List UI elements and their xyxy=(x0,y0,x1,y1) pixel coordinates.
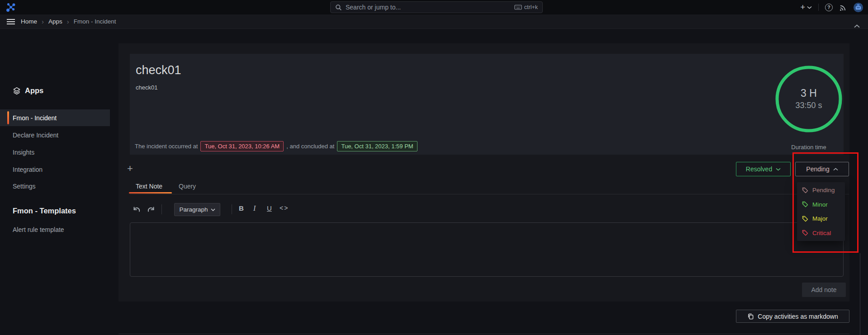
sidebar-item-label: Declare Incident xyxy=(13,132,58,139)
help-button[interactable]: ? xyxy=(825,4,833,11)
tag-icon xyxy=(802,187,808,193)
occurred-prefix: The incident occurred at xyxy=(135,143,198,150)
menu-item-label: Minor xyxy=(812,201,828,208)
user-avatar[interactable] xyxy=(853,2,863,13)
search-placeholder: Search or jump to... xyxy=(346,4,511,11)
plus-icon: + xyxy=(800,3,805,11)
breadcrumb: Home › Apps › Fmon - Incident xyxy=(21,18,116,25)
toolbar-divider xyxy=(818,4,819,11)
paragraph-style-dropdown[interactable]: Paragraph xyxy=(174,203,220,216)
active-tab-underline xyxy=(129,192,172,193)
chevron-down-icon xyxy=(211,208,215,211)
add-item-button[interactable]: + xyxy=(127,163,133,175)
tab-text-note[interactable]: Text Note xyxy=(136,183,162,190)
severity-dropdown-button[interactable]: Pending xyxy=(795,162,849,176)
incident-header-card xyxy=(130,54,844,155)
concluded-time-badge[interactable]: Tue, Oct 31, 2023, 1:59 PM xyxy=(337,141,417,151)
news-rss-button[interactable] xyxy=(839,4,847,11)
breadcrumb-separator-icon: › xyxy=(42,18,44,25)
incident-description: check01 xyxy=(136,84,157,91)
breadcrumb-home[interactable]: Home xyxy=(21,18,37,25)
duration-min-sec: 33:50 s xyxy=(775,101,842,110)
incident-times-line: The incident occurred at Tue, Oct 31, 20… xyxy=(135,140,417,152)
keyboard-icon xyxy=(514,5,522,10)
toolbar-divider xyxy=(161,204,162,214)
toolbar-divider xyxy=(232,204,232,214)
search-shortcut: ctrl+k xyxy=(514,4,538,10)
duration-label: Duration time xyxy=(775,144,842,151)
copy-activities-label: Copy activities as markdown xyxy=(758,313,838,320)
italic-button[interactable]: I xyxy=(253,204,256,212)
chevron-up-icon xyxy=(833,168,838,171)
duration-values: 3 H 33:50 s xyxy=(775,87,842,110)
sidebar-section-templates: Fmon - Templates xyxy=(13,207,76,215)
grafana-logo-icon[interactable] xyxy=(6,2,16,12)
sidebar-nav: Apps Fmon - Incident Declare Incident In… xyxy=(0,29,117,335)
menu-item-label: Pending xyxy=(812,187,835,193)
add-note-button[interactable]: Add note xyxy=(802,283,846,297)
top-right-actions: + ? xyxy=(800,0,863,14)
menu-item-label: Major xyxy=(812,215,828,222)
sidebar-item-label: Fmon - Incident xyxy=(13,114,57,122)
occurred-time-badge[interactable]: Tue, Oct 31, 2023, 10:26 AM xyxy=(200,141,284,151)
underline-button[interactable]: U xyxy=(267,204,272,212)
breadcrumb-bar: Home › Apps › Fmon - Incident xyxy=(0,14,868,29)
tag-icon xyxy=(802,216,808,222)
menu-item-major[interactable]: Major xyxy=(797,212,845,226)
incident-title: check01 xyxy=(136,63,181,77)
redo-button[interactable] xyxy=(146,206,155,213)
chevron-down-icon xyxy=(776,168,781,171)
duration-hours: 3 H xyxy=(775,87,842,99)
top-bar: Search or jump to... ctrl+k + xyxy=(0,0,868,14)
menu-item-critical[interactable]: Critical xyxy=(797,226,845,241)
apps-layers-icon xyxy=(13,87,21,95)
add-note-label: Add note xyxy=(811,286,836,293)
sidebar-item-label: Settings xyxy=(13,183,36,190)
panel-right-edge xyxy=(860,253,860,335)
menu-toggle-icon[interactable] xyxy=(7,19,15,24)
severity-label: Pending xyxy=(806,165,829,173)
menu-item-label: Critical xyxy=(812,230,831,236)
new-menu-button[interactable]: + xyxy=(800,3,812,11)
search-shortcut-label: ctrl+k xyxy=(524,4,538,10)
resolved-dropdown-button[interactable]: Resolved xyxy=(736,162,791,176)
chevron-down-icon xyxy=(807,6,812,9)
panel-bottom-divider xyxy=(119,334,849,334)
breadcrumb-separator-icon: › xyxy=(67,18,69,25)
menu-item-pending[interactable]: Pending xyxy=(797,183,845,198)
undo-button[interactable] xyxy=(133,206,142,213)
copy-activities-button[interactable]: Copy activities as markdown xyxy=(736,310,849,323)
collapse-caret-icon[interactable] xyxy=(854,24,860,28)
menu-item-minor[interactable]: Minor xyxy=(797,198,845,212)
code-button[interactable]: <> xyxy=(280,204,289,212)
sidebar-item-label: Insights xyxy=(13,149,34,156)
sidebar-section-apps: Apps xyxy=(13,86,43,95)
sidebar-item-settings[interactable]: Settings xyxy=(0,180,110,193)
sidebar-item-label: Alert rule template xyxy=(13,226,64,233)
sidebar-item-insights[interactable]: Insights xyxy=(0,146,110,159)
concluded-infix: , and concluded at xyxy=(286,143,334,150)
sidebar-item-alert-rule-template[interactable]: Alert rule template xyxy=(0,223,110,236)
tag-icon xyxy=(802,201,808,208)
bold-button[interactable]: B xyxy=(239,204,244,212)
sidebar-section-title: Fmon - Templates xyxy=(13,207,76,215)
note-textarea[interactable] xyxy=(130,222,844,277)
sidebar-item-label: Integration xyxy=(13,166,43,173)
paragraph-label: Paragraph xyxy=(179,206,208,213)
tabs-divider xyxy=(130,194,849,194)
page: Search or jump to... ctrl+k + xyxy=(0,0,868,335)
resolved-label: Resolved xyxy=(746,165,772,173)
tag-icon xyxy=(802,230,808,236)
tab-query[interactable]: Query xyxy=(179,183,196,190)
breadcrumb-current: Fmon - Incident xyxy=(74,18,116,25)
search-input[interactable]: Search or jump to... ctrl+k xyxy=(330,1,543,13)
sidebar-item-declare-incident[interactable]: Declare Incident xyxy=(0,129,110,142)
sidebar-item-integration[interactable]: Integration xyxy=(0,163,110,176)
sidebar-item-fmon-incident[interactable]: Fmon - Incident xyxy=(0,109,110,126)
copy-icon xyxy=(747,313,754,320)
sidebar-section-title: Apps xyxy=(25,86,43,95)
breadcrumb-apps[interactable]: Apps xyxy=(48,18,62,25)
severity-menu: Pending Minor Major Critical xyxy=(797,182,845,241)
search-icon xyxy=(335,4,342,11)
